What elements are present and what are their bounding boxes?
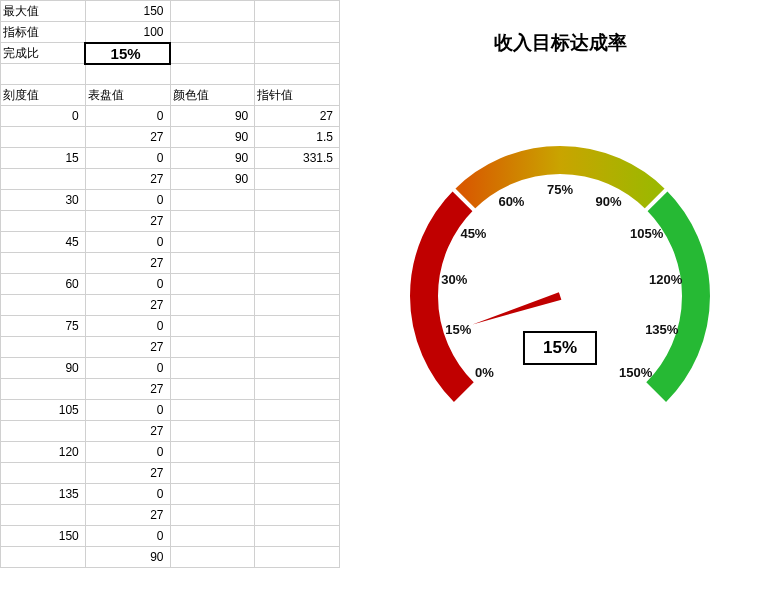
cell-color[interactable]: [170, 463, 255, 484]
target-value-cell[interactable]: 100: [85, 22, 170, 43]
cell-scale[interactable]: 0: [1, 106, 86, 127]
cell-color[interactable]: [170, 337, 255, 358]
cell-dial[interactable]: 0: [85, 190, 170, 211]
cell-needle[interactable]: [255, 400, 340, 421]
cell-dial[interactable]: 27: [85, 169, 170, 190]
cell-color[interactable]: [170, 295, 255, 316]
cell-dial[interactable]: 0: [85, 484, 170, 505]
cell-color[interactable]: 90: [170, 148, 255, 169]
cell-scale[interactable]: 150: [1, 526, 86, 547]
cell-dial[interactable]: 0: [85, 106, 170, 127]
cell-dial[interactable]: 0: [85, 274, 170, 295]
empty-cell[interactable]: [170, 1, 255, 22]
cell-scale[interactable]: 45: [1, 232, 86, 253]
cell-scale[interactable]: 75: [1, 316, 86, 337]
data-table[interactable]: 最大值 150 指标值 100 完成比 15%: [0, 0, 340, 568]
cell-needle[interactable]: [255, 253, 340, 274]
cell-scale[interactable]: [1, 127, 86, 148]
cell-color[interactable]: [170, 274, 255, 295]
cell-color[interactable]: 90: [170, 169, 255, 190]
cell-dial[interactable]: 90: [85, 547, 170, 568]
cell-scale[interactable]: 120: [1, 442, 86, 463]
cell-needle[interactable]: [255, 463, 340, 484]
cell-dial[interactable]: 0: [85, 358, 170, 379]
cell-dial[interactable]: 27: [85, 211, 170, 232]
cell-color[interactable]: [170, 316, 255, 337]
cell-scale[interactable]: [1, 169, 86, 190]
cell-color[interactable]: [170, 232, 255, 253]
completion-value-cell[interactable]: 15%: [85, 43, 170, 64]
cell-scale[interactable]: 15: [1, 148, 86, 169]
cell-color[interactable]: [170, 358, 255, 379]
cell-scale[interactable]: [1, 253, 86, 274]
cell-dial[interactable]: 0: [85, 442, 170, 463]
cell-needle[interactable]: 1.5: [255, 127, 340, 148]
empty-cell[interactable]: [255, 22, 340, 43]
cell-color[interactable]: [170, 400, 255, 421]
cell-dial[interactable]: 0: [85, 526, 170, 547]
target-label[interactable]: 指标值: [1, 22, 86, 43]
cell-needle[interactable]: [255, 232, 340, 253]
cell-needle[interactable]: [255, 169, 340, 190]
cell-dial[interactable]: 27: [85, 505, 170, 526]
cell-dial[interactable]: 27: [85, 379, 170, 400]
cell-color[interactable]: [170, 211, 255, 232]
cell-scale[interactable]: [1, 547, 86, 568]
cell-dial[interactable]: 27: [85, 337, 170, 358]
cell-color[interactable]: [170, 253, 255, 274]
cell-scale[interactable]: 60: [1, 274, 86, 295]
cell-color[interactable]: 90: [170, 106, 255, 127]
cell-dial[interactable]: 0: [85, 148, 170, 169]
cell-needle[interactable]: [255, 526, 340, 547]
cell-needle[interactable]: [255, 337, 340, 358]
cell-scale[interactable]: 90: [1, 358, 86, 379]
cell-needle[interactable]: [255, 295, 340, 316]
cell-color[interactable]: [170, 505, 255, 526]
cell-needle[interactable]: [255, 484, 340, 505]
cell-scale[interactable]: 30: [1, 190, 86, 211]
max-label[interactable]: 最大值: [1, 1, 86, 22]
cell-color[interactable]: 90: [170, 127, 255, 148]
cell-color[interactable]: [170, 421, 255, 442]
empty-cell[interactable]: [255, 43, 340, 64]
cell-needle[interactable]: [255, 316, 340, 337]
cell-scale[interactable]: [1, 463, 86, 484]
cell-needle[interactable]: [255, 190, 340, 211]
cell-scale[interactable]: 135: [1, 484, 86, 505]
cell-scale[interactable]: [1, 505, 86, 526]
empty-cell[interactable]: [170, 22, 255, 43]
cell-needle[interactable]: [255, 211, 340, 232]
cell-dial[interactable]: 27: [85, 463, 170, 484]
empty-cell[interactable]: [255, 1, 340, 22]
col-dial-header[interactable]: 表盘值: [85, 85, 170, 106]
cell-needle[interactable]: [255, 379, 340, 400]
cell-dial[interactable]: 27: [85, 295, 170, 316]
cell-needle[interactable]: [255, 421, 340, 442]
cell-color[interactable]: [170, 190, 255, 211]
col-color-header[interactable]: 颜色值: [170, 85, 255, 106]
cell-scale[interactable]: [1, 379, 86, 400]
cell-needle[interactable]: 27: [255, 106, 340, 127]
cell-needle[interactable]: [255, 442, 340, 463]
cell-color[interactable]: [170, 484, 255, 505]
cell-dial[interactable]: 27: [85, 421, 170, 442]
cell-needle[interactable]: 331.5: [255, 148, 340, 169]
cell-needle[interactable]: [255, 505, 340, 526]
cell-dial[interactable]: 27: [85, 127, 170, 148]
max-value-cell[interactable]: 150: [85, 1, 170, 22]
cell-color[interactable]: [170, 547, 255, 568]
cell-scale[interactable]: [1, 211, 86, 232]
cell-scale[interactable]: [1, 337, 86, 358]
cell-needle[interactable]: [255, 547, 340, 568]
cell-scale[interactable]: 105: [1, 400, 86, 421]
cell-color[interactable]: [170, 379, 255, 400]
completion-label[interactable]: 完成比: [1, 43, 86, 64]
cell-dial[interactable]: 0: [85, 232, 170, 253]
cell-needle[interactable]: [255, 274, 340, 295]
cell-scale[interactable]: [1, 421, 86, 442]
cell-color[interactable]: [170, 442, 255, 463]
cell-dial[interactable]: 27: [85, 253, 170, 274]
col-scale-header[interactable]: 刻度值: [1, 85, 86, 106]
cell-dial[interactable]: 0: [85, 316, 170, 337]
cell-color[interactable]: [170, 526, 255, 547]
